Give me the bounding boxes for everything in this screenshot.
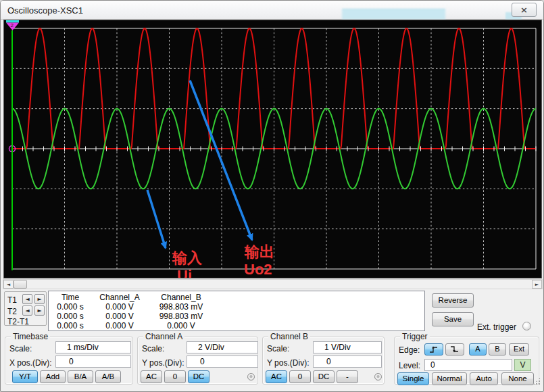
timebase-xpos-input[interactable]: 0 — [55, 356, 131, 368]
arrow-right-icon: ► — [37, 308, 41, 314]
timebase-group: Timebase Scale: 1 ms/Div X pos.(Div): 0 … — [5, 337, 133, 385]
channel-a-ypos-input[interactable]: 0 — [187, 356, 258, 368]
save-button[interactable]: Save — [432, 312, 474, 326]
timebase-scale-input[interactable]: 1 ms/Div — [55, 341, 131, 353]
trigger-source-ext-button[interactable]: Ext — [509, 343, 529, 356]
t1-left-button[interactable]: ◄ — [22, 294, 32, 304]
t2t1-channel-a: 0.000 V — [92, 321, 147, 330]
scrollbar-thumb[interactable] — [14, 280, 27, 289]
annotation-input-symbol: Ui — [177, 268, 192, 278]
t1-right-button[interactable]: ► — [34, 294, 45, 304]
channel-b-scale-label: Scale: — [267, 344, 289, 353]
cursor-t1-label: T1 — [7, 295, 17, 305]
channel-b-zero-button[interactable]: 0 — [289, 370, 311, 383]
add-mode-button[interactable]: Add — [40, 370, 66, 383]
t2-right-button[interactable]: ► — [34, 305, 45, 316]
title-bar[interactable]: Oscilloscope-XSC1 × — [1, 1, 544, 20]
scope-display: 2 输入 Ui 输出 Uo2 — [3, 20, 542, 278]
t2t1-channel-b: 0.000 V — [147, 321, 215, 330]
channel-b-ypos-label: Y pos.(Div): — [267, 358, 309, 368]
t1-channel-a: 0.000 V — [92, 302, 147, 312]
cursor-t2-label: T2 — [7, 307, 17, 316]
close-icon: × — [520, 5, 528, 15]
horizontal-scrollbar[interactable]: ◄ ► — [3, 279, 543, 289]
yt-mode-button[interactable]: Y/T — [12, 370, 38, 383]
channel-a-terminal[interactable] — [247, 373, 255, 381]
falling-edge-icon — [449, 345, 460, 353]
channel-a-scale-label: Scale: — [142, 344, 164, 353]
readout-header-row: Time Channel_A Channel_B — [49, 293, 215, 302]
channel-a-dc-button[interactable]: DC — [188, 370, 209, 383]
scroll-left-icon[interactable]: ◄ — [3, 280, 14, 289]
t2-channel-b: 998.803 mV — [147, 312, 215, 321]
channel-a-ypos-label: Y pos.(Div): — [142, 358, 184, 368]
rising-edge-icon — [428, 345, 439, 353]
background-artifact — [342, 9, 445, 20]
ext-trigger-label: Ext. trigger — [477, 322, 516, 332]
column-header: Channel_B — [147, 293, 215, 302]
ba-mode-button[interactable]: B/A — [68, 370, 93, 383]
trigger-group: Trigger Edge: A B Ext Level: 0 V Single … — [394, 337, 539, 385]
trigger-normal-button[interactable]: Normal — [432, 372, 467, 385]
scroll-right-icon[interactable]: ► — [532, 280, 542, 289]
t2-left-button[interactable]: ◄ — [22, 305, 32, 316]
channel-b-dc-button[interactable]: DC — [313, 370, 335, 383]
annotation-output-label: 输出 — [245, 244, 274, 260]
rising-edge-button[interactable] — [424, 343, 443, 356]
readout-row-t1: 0.000 s 0.000 V 998.803 mV — [49, 302, 215, 312]
trigger-single-button[interactable]: Single — [397, 372, 429, 385]
channel-a-scale-input[interactable]: 2 V/Div — [187, 341, 258, 353]
window-title: Oscilloscope-XSC1 — [7, 5, 83, 16]
channel-a-ac-button[interactable]: AC — [141, 370, 162, 383]
channel-a-group: Channel A Scale: 2 V/Div Y pos.(Div): 0 … — [137, 337, 258, 385]
channel-b-minus-button[interactable]: - — [337, 370, 358, 383]
annotation-output-symbol: Uo2 — [244, 262, 272, 278]
channel-a-title: Channel A — [143, 332, 184, 341]
timebase-title: Timebase — [11, 332, 50, 341]
svg-text:2: 2 — [11, 22, 14, 28]
measurement-readout: Time Channel_A Channel_B 0.000 s 0.000 V… — [48, 291, 425, 331]
channel-b-scale-input[interactable]: 1 V/Div — [313, 341, 382, 353]
cursor-panel: T1 ◄ ► T2 ◄ ► T2-T1 — [4, 291, 47, 326]
trigger-none-button[interactable]: None — [501, 372, 534, 385]
channel-b-ac-button[interactable]: AC — [266, 370, 287, 383]
t2-time: 0.000 s — [49, 312, 92, 321]
trigger-edge-label: Edge: — [399, 345, 420, 355]
channel-b-terminal[interactable] — [374, 373, 382, 381]
channel-b-title: Channel B — [268, 332, 310, 341]
arrow-left-icon: ◄ — [25, 308, 29, 314]
cursor-t2t1-label: T2-T1 — [7, 317, 29, 326]
reverse-button[interactable]: Reverse — [432, 293, 474, 308]
readout-row-t2t1: 0.000 s 0.000 V 0.000 V — [49, 321, 215, 330]
arrow-right-icon: ► — [37, 296, 41, 302]
channel-b-group: Channel B Scale: 1 V/Div Y pos.(Div): 0 … — [262, 337, 385, 385]
channel-a-zero-button[interactable]: 0 — [164, 370, 186, 383]
trigger-source-a-button[interactable]: A — [469, 343, 487, 356]
t1-time: 0.000 s — [49, 302, 92, 312]
trigger-auto-button[interactable]: Auto — [470, 372, 498, 385]
column-header: Channel_A — [92, 293, 147, 302]
readout-row-t2: 0.000 s 0.000 V 998.803 mV — [49, 312, 215, 321]
trigger-level-unit-select[interactable]: V — [514, 359, 531, 371]
waveform-plot: 2 — [4, 20, 541, 278]
close-button[interactable]: × — [512, 3, 537, 17]
trigger-level-label: Level: — [399, 361, 420, 370]
arrow-left-icon: ◄ — [25, 296, 29, 302]
t1-channel-b: 998.803 mV — [147, 302, 215, 312]
ext-trigger-terminal[interactable] — [522, 322, 531, 330]
falling-edge-button[interactable] — [445, 343, 464, 356]
t2-channel-a: 0.000 V — [92, 312, 147, 321]
timebase-xpos-label: X pos.(Div): — [9, 358, 52, 368]
trigger-level-input[interactable]: 0 — [424, 359, 512, 371]
channel-b-ypos-input[interactable]: 0 — [313, 356, 382, 368]
trigger-source-b-button[interactable]: B — [489, 343, 506, 356]
oscilloscope-window: Oscilloscope-XSC1 × 2 输入 Ui 输出 Uo2 ◄ ► T… — [0, 0, 544, 392]
column-header: Time — [49, 293, 92, 302]
annotation-input-label: 输入 — [172, 250, 202, 266]
trigger-title: Trigger — [400, 332, 430, 341]
ab-mode-button[interactable]: A/B — [95, 370, 121, 383]
timebase-scale-label: Scale: — [9, 344, 32, 353]
t2t1-time: 0.000 s — [49, 321, 92, 330]
